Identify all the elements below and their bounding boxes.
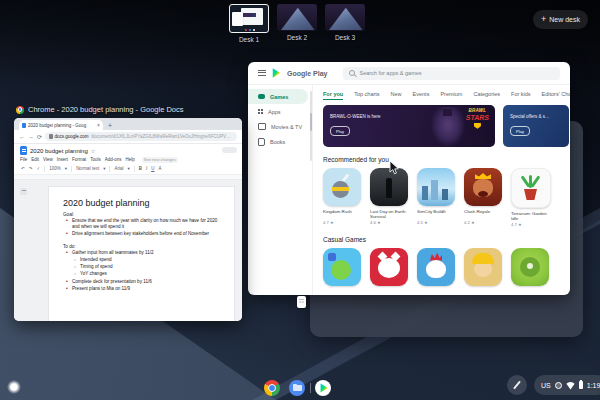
desk-label: Desk 1 — [229, 36, 269, 43]
chrome-icon — [16, 106, 24, 114]
text-color-button[interactable]: A — [158, 166, 161, 171]
tab-premium[interactable]: Premium — [440, 91, 462, 97]
section-title-recommended: Recommended for you — [323, 156, 389, 163]
tab-categories[interactable]: Categories — [473, 91, 500, 97]
menu-tools[interactable]: Tools — [90, 157, 101, 162]
app-name: Terrarium: Garden Idle — [511, 211, 549, 222]
docs-toolbar: ↶ ↷ ✓ 100% ▾ Normal text ▾ Arial ▾ B I U… — [14, 164, 242, 175]
zoom-select[interactable]: 100% — [49, 166, 61, 171]
menu-addons[interactable]: Add-ons — [105, 157, 122, 162]
banner-special-offers[interactable]: Special offers & s… Play — [503, 105, 569, 147]
desk-1-preview[interactable] — [229, 4, 269, 33]
reload-icon[interactable]: ⟳ — [37, 134, 42, 140]
app-card-last-day-on-earth[interactable]: Last Day on Earth: Survival 4.6 ★ — [370, 168, 408, 227]
tab-top-charts[interactable]: Top charts — [354, 91, 379, 97]
desk-3-preview[interactable] — [325, 4, 365, 31]
share-button[interactable] — [222, 147, 237, 153]
menu-file[interactable]: File — [20, 157, 27, 162]
sidebar-label: Books — [270, 139, 285, 145]
tab-editors-choice[interactable]: Editors' Choice — [542, 91, 570, 97]
italic-button[interactable]: I — [146, 166, 147, 171]
play-store-window-preview[interactable]: Google Play Search for apps & games Game… — [248, 62, 570, 295]
chrome-window-title: Chrome - 2020 budget planning - Google D… — [16, 105, 184, 114]
app-icon-clash-royale — [464, 168, 502, 206]
new-desk-button[interactable]: + New desk — [533, 10, 588, 29]
sidebar-item-movies[interactable]: Movies & TV — [248, 119, 312, 134]
address-bar[interactable]: docs.google.com /document/d/1XfLJLmPYaZG… — [45, 132, 237, 141]
folder-icon — [293, 385, 302, 391]
tab-for-you[interactable]: For you — [323, 91, 343, 97]
books-icon — [258, 138, 265, 146]
menu-edit[interactable]: Edit — [31, 157, 39, 162]
app-icon-kingdom-rush — [323, 168, 361, 206]
play-logo-icon — [272, 68, 281, 78]
document-outline-icon[interactable] — [20, 188, 27, 195]
style-select[interactable]: Normal text — [76, 166, 99, 171]
play-triangle-icon — [320, 383, 329, 393]
desk-2-preview[interactable] — [277, 4, 317, 31]
chrome-shelf-icon[interactable] — [264, 380, 280, 396]
tab-for-kids[interactable]: For kids — [511, 91, 531, 97]
sidebar-item-apps[interactable]: Apps — [248, 104, 312, 119]
see-new-changes[interactable]: See new changes — [142, 157, 178, 163]
star-icon[interactable]: ☆ — [91, 148, 95, 154]
casual-app-icon-1[interactable] — [323, 248, 361, 286]
tab-events[interactable]: Events — [413, 91, 430, 97]
window-title-text: Chrome - 2020 budget planning - Google D… — [28, 105, 184, 114]
sidebar-item-games[interactable]: Games — [248, 89, 308, 104]
banner-play-button[interactable]: Play — [510, 126, 530, 136]
todo-label: To do: — [63, 244, 220, 249]
new-tab-button[interactable]: + — [108, 122, 112, 129]
casual-app-icon-2[interactable] — [370, 248, 408, 286]
url-domain: docs.google.com — [55, 134, 89, 139]
scrollbar[interactable] — [310, 91, 312, 161]
menu-format[interactable]: Format — [72, 157, 86, 162]
app-card-terrarium[interactable]: Terrarium: Garden Idle 4.7 ★ — [511, 168, 549, 227]
stylus-tools-button[interactable] — [507, 375, 527, 395]
redo-icon[interactable]: ↷ — [29, 166, 33, 171]
desk-thumbnail-2[interactable]: Desk 2 — [277, 4, 317, 41]
spellcheck-icon[interactable]: ✓ — [37, 166, 41, 171]
casual-app-icon-3[interactable] — [417, 248, 455, 286]
caret-icon: ▾ — [103, 166, 105, 171]
tab-close-icon[interactable]: × — [97, 122, 100, 128]
play-search-input[interactable]: Search for apps & games — [343, 67, 560, 80]
hamburger-menu-icon[interactable] — [258, 70, 266, 76]
mini-window-docs — [232, 12, 243, 26]
app-name: Kingdom Rush — [323, 209, 361, 220]
back-icon[interactable]: ← — [19, 134, 25, 140]
banner-play-button[interactable]: Play — [330, 126, 350, 136]
desk-thumbnail-1[interactable]: Desk 1 — [229, 4, 269, 43]
casual-app-icon-4[interactable] — [464, 248, 502, 286]
underline-button[interactable]: U — [151, 166, 154, 171]
launcher-button[interactable] — [7, 380, 21, 394]
menu-view[interactable]: View — [43, 157, 53, 162]
document-page[interactable]: 2020 budget planning Goal: Ensure that w… — [48, 186, 235, 322]
docs-header: 2020 budget planning ☆ File Edit View In… — [14, 144, 242, 164]
menu-help[interactable]: Help — [126, 157, 135, 162]
goal-label: Goal: — [63, 212, 220, 217]
files-shelf-icon[interactable] — [289, 380, 305, 396]
font-select[interactable]: Arial — [114, 166, 123, 171]
app-card-simcity[interactable]: SimCity BuildIt 4.5 ★ — [417, 168, 455, 227]
tab-new[interactable]: New — [391, 91, 402, 97]
menu-insert[interactable]: Insert — [57, 157, 68, 162]
chrome-window-preview[interactable]: 2020 budget planning - Goog × + ← → ⟳ do… — [14, 118, 242, 321]
section-title-casual-games: Casual Games — [323, 236, 366, 243]
forward-icon[interactable]: → — [28, 134, 34, 140]
desk-thumbnail-3[interactable]: Desk 3 — [325, 4, 365, 41]
sidebar-item-books[interactable]: Books — [248, 134, 312, 149]
doc-title[interactable]: 2020 budget planning — [30, 148, 88, 154]
window-corner-chip — [297, 296, 306, 308]
app-card-clash-royale[interactable]: Clash Royale 4.2 ★ — [464, 168, 502, 227]
play-store-shelf-icon[interactable] — [315, 380, 331, 396]
status-tray[interactable]: US 1:19 — [534, 375, 600, 395]
casual-app-icon-5[interactable] — [511, 248, 549, 286]
app-name: SimCity BuildIt — [417, 209, 455, 220]
bold-button[interactable]: B — [139, 166, 142, 171]
undo-icon[interactable]: ↶ — [21, 166, 25, 171]
app-card-kingdom-rush[interactable]: Kingdom Rush 4.7 ★ — [323, 168, 361, 227]
browser-tab[interactable]: 2020 budget planning - Goog × — [19, 120, 103, 130]
banner-brawl-stars[interactable]: BRAWL-O-WEEN is here Play BRAWL STARS — [323, 105, 495, 147]
search-placeholder: Search for apps & games — [359, 70, 421, 76]
